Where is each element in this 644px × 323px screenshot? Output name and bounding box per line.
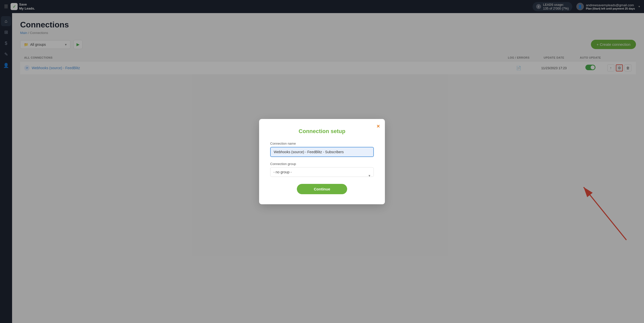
close-button[interactable]: × [377,123,380,130]
connection-group-wrapper: - no group - Group 1 Group 2 [270,167,374,184]
modal-title: Connection setup [270,128,374,135]
connection-setup-modal: × Connection setup Connection name Conne… [259,119,385,204]
continue-button[interactable]: Continue [297,184,347,194]
connection-name-input[interactable] [270,147,374,157]
connection-group-select[interactable]: - no group - Group 1 Group 2 [270,167,374,177]
connection-group-label: Connection group [270,162,374,166]
connection-name-label: Connection name [270,142,374,145]
modal-overlay[interactable]: × Connection setup Connection name Conne… [0,0,644,323]
